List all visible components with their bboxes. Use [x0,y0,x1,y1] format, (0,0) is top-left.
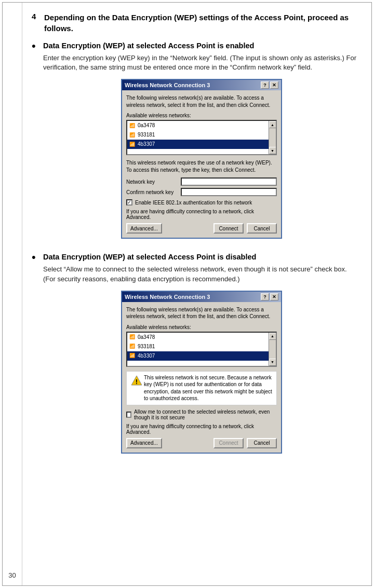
bullet-section-wep-disabled: • Data Encryption (WEP) at selected Acce… [32,252,360,461]
dialog1-connect-button[interactable]: Connect [213,223,244,234]
list-item[interactable]: 📶 933181 [127,342,269,351]
dialog2-advanced-button[interactable]: Advanced... [126,438,162,448]
bullet2-description: Select “Allow me to connect to the selec… [43,265,360,284]
dialog1-advanced-hint: If you are having difficulty connecting … [126,209,277,220]
dialog1-network-key-label: Network key [126,179,181,185]
dialog1-confirm-key-input[interactable] [181,188,277,196]
dialog2-advanced-hint: If you are having difficulty connecting … [126,423,277,435]
dialog2-cancel-button[interactable]: Cancel [247,438,277,448]
list-item[interactable]: 📶 933181 [127,130,269,140]
dialog1-confirm-key-row: Confirm network key [126,188,277,196]
dialog2-titlebar-buttons: ? ✕ [261,293,278,300]
dialog1-titlebar-buttons: ? ✕ [261,81,278,89]
warning-icon: ! [131,375,142,386]
bullet1-title: Data Encryption (WEP) at selected Access… [43,41,360,51]
dialog1-buttons: Advanced... Connect Cancel [126,223,277,234]
dialog1-network-key-input[interactable] [181,177,277,186]
dialog2-buttons: Advanced... Connect Cancel [126,438,277,448]
network-icon: 📶 [129,132,136,139]
dialog1-body: The following wireless network(s) are av… [122,90,281,238]
dialog2-networks-label: Available wireless networks: [126,324,277,330]
dialog1-info: The following wireless network(s) are av… [126,94,277,108]
dialog1-network-listbox[interactable]: 📶 0a3478 📶 933181 📶 4 [126,120,277,155]
dialog2-help-button[interactable]: ? [261,293,269,300]
warning-icon-cell: ! [129,374,144,386]
network-icon: 📶 [129,122,136,129]
step-title: Depending on the Data Encryption (WEP) s… [44,12,360,34]
bullet1-description: Enter the encryption key (WEP key) in th… [43,53,360,73]
bullet2-title: Data Encryption (WEP) at selected Access… [43,252,360,263]
dialog1-wep-message: This wireless network requires the use o… [126,159,277,173]
dialog1-checkbox[interactable]: ✓ [126,199,132,206]
dialog1-cancel-button[interactable]: Cancel [247,223,277,234]
dialog1-checkbox-row[interactable]: ✓ Enable IEEE 802.1x authentication for … [126,199,277,206]
bullet-section-wep-enabled: • Data Encryption (WEP) at selected Acce… [32,41,360,247]
bullet-dot-2: • [32,251,43,264]
scroll-down-arrow[interactable]: ▼ [269,147,276,154]
list-item[interactable]: 📶 0a3478 [127,333,269,342]
dialog2-checkbox[interactable] [126,412,131,418]
dialog1: Wireless Network Connection 3 ? ✕ The fo… [121,79,282,239]
dialog2-connect-button: Connect [213,438,244,448]
dialog2-body: The following wireless network(s) are av… [122,302,281,453]
step-header: 4 Depending on the Data Encryption (WEP)… [32,12,360,34]
dialog1-advanced-button[interactable]: Advanced... [126,223,162,234]
scroll-up-arrow[interactable]: ▲ [269,333,276,340]
dialog1-networks-label: Available wireless networks: [126,113,277,118]
dialog1-wrapper: Wireless Network Connection 3 ? ✕ The fo… [43,79,360,239]
list-item[interactable]: 📶 0a3478 [127,121,269,130]
dialog2-warning-box: ! This wireless network is not secure. B… [126,371,277,405]
dialog1-close-button[interactable]: ✕ [270,81,278,89]
dialog2-network-list: 📶 0a3478 📶 933181 📶 4 [127,333,276,366]
network-icon: 📶 [129,352,136,359]
scroll-up-arrow[interactable]: ▲ [269,121,276,128]
dialog2-titlebar: Wireless Network Connection 3 ? ✕ [122,292,281,302]
dialog2-info: The following wireless network(s) are av… [126,306,277,320]
list-item[interactable]: 📶 4b3307 [127,140,269,149]
step-number: 4 [32,12,44,21]
network-icon: 📶 [129,141,136,148]
dialog2-scrollbar[interactable]: ▲ ▼ [269,333,276,366]
dialog1-network-list: 📶 0a3478 📶 933181 📶 4 [127,121,276,154]
scroll-down-arrow[interactable]: ▼ [269,359,276,366]
network-icon: 📶 [129,334,136,340]
network-icon: 📶 [129,343,136,350]
dialog1-scrollbar[interactable]: ▲ ▼ [269,121,276,154]
page-number: 30 [8,571,16,579]
dialog2-checkbox-row[interactable]: Allow me to connect to the selected wire… [126,409,277,420]
dialog1-help-button[interactable]: ? [261,81,269,89]
dialog2-network-listbox[interactable]: 📶 0a3478 📶 933181 📶 4 [126,332,277,367]
list-item[interactable]: 📶 4b3307 [127,351,269,361]
dialog1-titlebar: Wireless Network Connection 3 ? ✕ [122,80,281,90]
dialog2-wrapper: Wireless Network Connection 3 ? ✕ The fo… [43,291,360,454]
dialog2: Wireless Network Connection 3 ? ✕ The fo… [121,291,282,454]
dialog1-checkbox-label: Enable IEEE 802.1x authentication for th… [135,200,252,206]
dialog2-checkbox-label: Allow me to connect to the selected wire… [134,409,277,420]
svg-text:!: ! [136,378,138,386]
dialog1-confirm-key-label: Confirm network key [126,189,181,195]
dialog2-title: Wireless Network Connection 3 [125,294,210,300]
dialog2-warning-message: This wireless network is not secure. Bec… [144,374,274,402]
dialog1-network-key-row: Network key [126,177,277,186]
dialog2-close-button[interactable]: ✕ [270,293,278,300]
bullet-dot-1: • [32,39,43,53]
dialog1-title: Wireless Network Connection 3 [125,82,210,88]
